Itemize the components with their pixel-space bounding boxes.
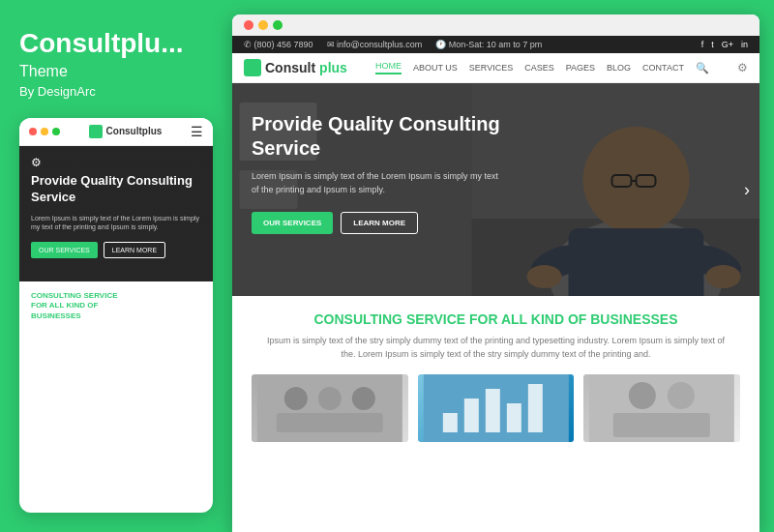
linkedin-icon[interactable]: in bbox=[741, 40, 748, 49]
desktop-nav-links: HOME ABOUT US SERVICES CASES PAGES BLOG … bbox=[375, 61, 709, 74]
image-row bbox=[252, 374, 740, 442]
svg-point-28 bbox=[668, 382, 695, 409]
mobile-logo-text: Consultplus bbox=[106, 126, 163, 136]
hero-title: Provide Quality Consulting Service bbox=[252, 112, 503, 161]
mobile-topbar: Consultplus ☰ bbox=[19, 118, 213, 146]
nav-link-about[interactable]: ABOUT US bbox=[413, 63, 458, 73]
consulting-section-text: Ipsum is simply text of the stry simply … bbox=[264, 335, 729, 361]
desktop-dot-red bbox=[244, 20, 253, 30]
left-panel: Consultplu... Theme By DesignArc Consult… bbox=[0, 0, 232, 532]
nav-link-contact[interactable]: CONTACT bbox=[642, 63, 684, 73]
nav-link-services[interactable]: SERVICES bbox=[469, 63, 513, 73]
svg-point-27 bbox=[629, 382, 656, 409]
svg-point-16 bbox=[284, 387, 308, 410]
mobile-logo-icon bbox=[89, 125, 103, 138]
learn-more-button[interactable]: LEARN MORE bbox=[341, 212, 418, 234]
mobile-section-green: CONSULTING SERVICE bbox=[31, 291, 118, 300]
desktop-dot-yellow bbox=[258, 20, 268, 30]
chart-data-image bbox=[418, 374, 575, 442]
consulting-title-green: CONSULTING SERVICE bbox=[314, 311, 466, 327]
logo-consult-text: Consult bbox=[265, 60, 315, 75]
logo-plus-text: plus bbox=[319, 60, 347, 75]
mobile-section-line3: BUSINESSES bbox=[31, 311, 81, 320]
desktop-logo: Consultplus bbox=[244, 59, 347, 76]
facebook-icon[interactable]: f bbox=[701, 40, 704, 49]
nav-link-blog[interactable]: BLOG bbox=[607, 63, 631, 73]
desktop-hero: Provide Quality Consulting Service Lorem… bbox=[232, 83, 759, 296]
right-panel: ✆ (800) 456 7890 ✉ info@consultplus.com … bbox=[232, 15, 759, 532]
mobile-traffic-lights bbox=[29, 128, 60, 135]
info-bar-right: f t G+ in bbox=[701, 40, 748, 49]
hero-text: Lorem Ipsum is simply text of the Lorem … bbox=[252, 170, 503, 196]
twitter-icon[interactable]: t bbox=[711, 40, 714, 49]
svg-rect-22 bbox=[464, 399, 479, 432]
mobile-hero-buttons: OUR SERVICES LEARN MORE bbox=[31, 242, 201, 258]
googleplus-icon[interactable]: G+ bbox=[722, 40, 733, 49]
theme-author: By DesignArc bbox=[19, 84, 213, 99]
nav-search-icon[interactable]: 🔍 bbox=[696, 62, 709, 74]
theme-title: Consultplu... bbox=[19, 29, 213, 59]
mobile-learn-button[interactable]: LEARN MORE bbox=[104, 242, 165, 258]
desktop-traffic-lights bbox=[244, 20, 283, 30]
hero-next-arrow[interactable]: › bbox=[744, 180, 750, 200]
services-button[interactable]: OUR SERVICES bbox=[252, 212, 333, 234]
desktop-logo-icon bbox=[244, 59, 261, 76]
svg-rect-25 bbox=[528, 384, 543, 432]
desktop-settings-icon[interactable]: ⚙ bbox=[737, 61, 748, 74]
mobile-preview: Consultplus ☰ ⚙ Provide Quality Consulti… bbox=[19, 118, 213, 513]
hero-content: Provide Quality Consulting Service Lorem… bbox=[232, 83, 522, 263]
desktop-nav: Consultplus HOME ABOUT US SERVICES CASES… bbox=[232, 53, 759, 83]
svg-rect-24 bbox=[507, 403, 521, 432]
hours-info: 🕐 Mon-Sat: 10 am to 7 pm bbox=[435, 40, 542, 49]
svg-rect-19 bbox=[277, 413, 383, 432]
professionals-image bbox=[583, 374, 740, 442]
hero-buttons: OUR SERVICES LEARN MORE bbox=[252, 212, 503, 234]
consulting-section-title: CONSULTING SERVICE FOR ALL KIND OF BUSIN… bbox=[252, 311, 740, 327]
mobile-dot-green bbox=[52, 128, 60, 135]
desktop-info-bar: ✆ (800) 456 7890 ✉ info@consultplus.com … bbox=[232, 36, 759, 53]
nav-link-pages[interactable]: PAGES bbox=[566, 63, 595, 73]
mobile-settings-icon: ⚙ bbox=[31, 156, 201, 169]
mobile-logo: Consultplus bbox=[89, 125, 163, 138]
desktop-traffic-bar bbox=[232, 15, 759, 36]
desktop-dot-green bbox=[273, 20, 283, 30]
svg-point-18 bbox=[352, 387, 375, 410]
team-meeting-image bbox=[252, 374, 408, 442]
mobile-section-line2: FOR ALL KIND OF bbox=[31, 301, 98, 310]
hamburger-icon[interactable]: ☰ bbox=[191, 124, 203, 139]
svg-rect-21 bbox=[443, 413, 458, 432]
mobile-services-button[interactable]: OUR SERVICES bbox=[31, 242, 98, 258]
email-info: ✉ info@consultplus.com bbox=[327, 40, 423, 49]
mobile-hero: ⚙ Provide Quality Consulting Service Lor… bbox=[19, 146, 213, 281]
theme-subtitle: Theme bbox=[19, 63, 213, 80]
phone-info: ✆ (800) 456 7890 bbox=[244, 40, 313, 49]
svg-rect-23 bbox=[486, 389, 500, 432]
svg-point-17 bbox=[318, 387, 342, 410]
mobile-hero-text: Lorem Ipsum is simply text of the Lorem … bbox=[31, 214, 201, 233]
mobile-dot-yellow bbox=[41, 128, 48, 135]
info-bar-left: ✆ (800) 456 7890 ✉ info@consultplus.com … bbox=[244, 40, 542, 49]
svg-rect-29 bbox=[613, 413, 710, 437]
nav-link-home[interactable]: HOME bbox=[375, 61, 402, 74]
mobile-section-title: CONSULTING SERVICE FOR ALL KIND OF BUSIN… bbox=[31, 291, 201, 321]
nav-link-cases[interactable]: CASES bbox=[524, 63, 554, 73]
mobile-dot-red bbox=[29, 128, 37, 135]
desktop-bottom-section: CONSULTING SERVICE FOR ALL KIND OF BUSIN… bbox=[232, 296, 759, 532]
consulting-title-black: FOR ALL KIND OF BUSINESSES bbox=[465, 311, 677, 327]
mobile-hero-title: Provide Quality Consulting Service bbox=[31, 173, 201, 206]
mobile-bottom-section: CONSULTING SERVICE FOR ALL KIND OF BUSIN… bbox=[19, 281, 213, 331]
